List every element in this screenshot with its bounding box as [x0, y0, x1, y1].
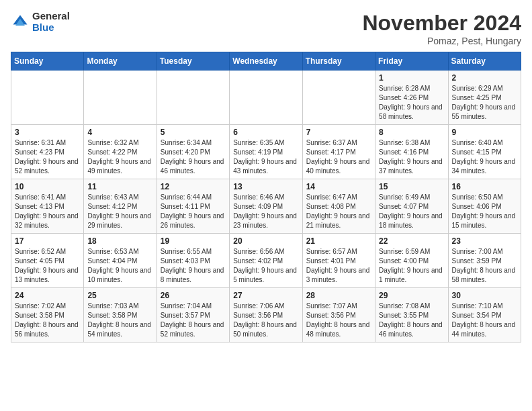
logo-general-label: General	[32, 11, 70, 22]
day-number: 28	[306, 291, 371, 300]
day-info: Sunrise: 6:47 AM Sunset: 4:08 PM Dayligh…	[306, 193, 371, 230]
day-info: Sunrise: 6:32 AM Sunset: 4:22 PM Dayligh…	[87, 138, 152, 176]
day-info: Sunrise: 6:57 AM Sunset: 4:01 PM Dayligh…	[306, 247, 371, 285]
day-info: Sunrise: 6:28 AM Sunset: 4:26 PM Dayligh…	[379, 84, 444, 122]
calendar-cell: 4Sunrise: 6:32 AM Sunset: 4:22 PM Daylig…	[84, 125, 157, 179]
calendar-cell: 26Sunrise: 7:04 AM Sunset: 3:57 PM Dayli…	[157, 288, 229, 342]
day-number: 15	[379, 182, 444, 191]
calendar-cell: 8Sunrise: 6:38 AM Sunset: 4:16 PM Daylig…	[375, 125, 448, 179]
calendar-cell: 29Sunrise: 7:08 AM Sunset: 3:55 PM Dayli…	[375, 288, 448, 342]
day-info: Sunrise: 7:10 AM Sunset: 3:54 PM Dayligh…	[452, 302, 517, 339]
day-number: 12	[161, 182, 226, 191]
day-number: 11	[87, 182, 152, 191]
day-number: 27	[233, 291, 298, 300]
day-info: Sunrise: 6:50 AM Sunset: 4:06 PM Dayligh…	[452, 193, 517, 230]
calendar-cell: 2Sunrise: 6:29 AM Sunset: 4:25 PM Daylig…	[448, 71, 521, 125]
day-info: Sunrise: 6:55 AM Sunset: 4:03 PM Dayligh…	[161, 247, 226, 285]
calendar-cell: 22Sunrise: 6:59 AM Sunset: 4:00 PM Dayli…	[375, 234, 448, 288]
day-info: Sunrise: 7:07 AM Sunset: 3:56 PM Dayligh…	[306, 302, 371, 339]
day-info: Sunrise: 7:08 AM Sunset: 3:55 PM Dayligh…	[379, 302, 444, 339]
day-info: Sunrise: 7:06 AM Sunset: 3:56 PM Dayligh…	[233, 302, 298, 339]
day-number: 2	[452, 73, 517, 83]
day-info: Sunrise: 6:37 AM Sunset: 4:17 PM Dayligh…	[306, 138, 371, 176]
day-number: 25	[87, 291, 152, 300]
day-number: 22	[379, 236, 444, 246]
logo-icon	[11, 13, 30, 32]
day-number: 20	[233, 236, 298, 246]
day-number: 3	[15, 128, 80, 137]
day-number: 14	[306, 182, 371, 191]
calendar-cell: 11Sunrise: 6:43 AM Sunset: 4:12 PM Dayli…	[84, 179, 157, 234]
column-header-sunday: Sunday	[11, 52, 84, 71]
day-number: 9	[452, 128, 517, 137]
calendar-cell: 12Sunrise: 6:44 AM Sunset: 4:11 PM Dayli…	[157, 179, 229, 234]
location-subtitle: Pomaz, Pest, Hungary	[362, 36, 521, 46]
calendar-cell: 16Sunrise: 6:50 AM Sunset: 4:06 PM Dayli…	[448, 179, 521, 234]
day-number: 6	[233, 128, 298, 137]
day-info: Sunrise: 6:43 AM Sunset: 4:12 PM Dayligh…	[87, 193, 152, 230]
column-header-wednesday: Wednesday	[230, 52, 302, 71]
day-info: Sunrise: 6:29 AM Sunset: 4:25 PM Dayligh…	[452, 84, 517, 122]
day-number: 19	[161, 236, 226, 246]
calendar-cell	[230, 71, 302, 125]
day-number: 10	[15, 182, 80, 191]
day-number: 8	[379, 128, 444, 137]
day-number: 29	[379, 291, 444, 300]
month-title: November 2024	[362, 11, 521, 36]
calendar-cell: 23Sunrise: 7:00 AM Sunset: 3:59 PM Dayli…	[448, 234, 521, 288]
day-number: 13	[233, 182, 298, 191]
calendar-header-row: SundayMondayTuesdayWednesdayThursdayFrid…	[11, 52, 521, 71]
calendar-cell: 21Sunrise: 6:57 AM Sunset: 4:01 PM Dayli…	[302, 234, 375, 288]
calendar-week-row: 17Sunrise: 6:52 AM Sunset: 4:05 PM Dayli…	[11, 234, 521, 288]
day-number: 16	[452, 182, 517, 191]
day-info: Sunrise: 6:41 AM Sunset: 4:13 PM Dayligh…	[15, 193, 80, 230]
calendar-cell: 28Sunrise: 7:07 AM Sunset: 3:56 PM Dayli…	[302, 288, 375, 342]
calendar-table: SundayMondayTuesdayWednesdayThursdayFrid…	[11, 52, 521, 342]
day-number: 1	[379, 73, 444, 83]
calendar-week-row: 10Sunrise: 6:41 AM Sunset: 4:13 PM Dayli…	[11, 179, 521, 234]
column-header-thursday: Thursday	[302, 52, 375, 71]
day-info: Sunrise: 6:35 AM Sunset: 4:19 PM Dayligh…	[233, 138, 298, 176]
calendar-cell: 7Sunrise: 6:37 AM Sunset: 4:17 PM Daylig…	[302, 125, 375, 179]
day-number: 5	[161, 128, 226, 137]
day-info: Sunrise: 6:49 AM Sunset: 4:07 PM Dayligh…	[379, 193, 444, 230]
calendar-week-row: 3Sunrise: 6:31 AM Sunset: 4:23 PM Daylig…	[11, 125, 521, 179]
title-area: November 2024 Pomaz, Pest, Hungary	[362, 11, 521, 46]
column-header-tuesday: Tuesday	[157, 52, 229, 71]
logo: General Blue	[11, 11, 70, 33]
calendar-cell: 20Sunrise: 6:56 AM Sunset: 4:02 PM Dayli…	[230, 234, 302, 288]
day-info: Sunrise: 6:40 AM Sunset: 4:15 PM Dayligh…	[452, 138, 517, 176]
day-info: Sunrise: 6:44 AM Sunset: 4:11 PM Dayligh…	[161, 193, 226, 230]
day-info: Sunrise: 6:46 AM Sunset: 4:09 PM Dayligh…	[233, 193, 298, 230]
day-info: Sunrise: 6:38 AM Sunset: 4:16 PM Dayligh…	[379, 138, 444, 176]
day-number: 21	[306, 236, 371, 246]
day-info: Sunrise: 7:00 AM Sunset: 3:59 PM Dayligh…	[452, 247, 517, 285]
calendar-cell: 9Sunrise: 6:40 AM Sunset: 4:15 PM Daylig…	[448, 125, 521, 179]
calendar-cell: 5Sunrise: 6:34 AM Sunset: 4:20 PM Daylig…	[157, 125, 229, 179]
calendar-cell: 3Sunrise: 6:31 AM Sunset: 4:23 PM Daylig…	[11, 125, 84, 179]
header: General Blue November 2024 Pomaz, Pest, …	[11, 11, 521, 46]
calendar-cell: 6Sunrise: 6:35 AM Sunset: 4:19 PM Daylig…	[230, 125, 302, 179]
day-info: Sunrise: 6:59 AM Sunset: 4:00 PM Dayligh…	[379, 247, 444, 285]
day-info: Sunrise: 6:52 AM Sunset: 4:05 PM Dayligh…	[15, 247, 80, 285]
calendar-cell: 13Sunrise: 6:46 AM Sunset: 4:09 PM Dayli…	[230, 179, 302, 234]
logo-text: General Blue	[32, 11, 70, 33]
calendar-cell: 24Sunrise: 7:02 AM Sunset: 3:58 PM Dayli…	[11, 288, 84, 342]
calendar-cell: 18Sunrise: 6:53 AM Sunset: 4:04 PM Dayli…	[84, 234, 157, 288]
calendar-week-row: 1Sunrise: 6:28 AM Sunset: 4:26 PM Daylig…	[11, 71, 521, 125]
day-info: Sunrise: 7:03 AM Sunset: 3:58 PM Dayligh…	[87, 302, 152, 339]
calendar-cell	[11, 71, 84, 125]
calendar-cell: 14Sunrise: 6:47 AM Sunset: 4:08 PM Dayli…	[302, 179, 375, 234]
calendar-cell: 17Sunrise: 6:52 AM Sunset: 4:05 PM Dayli…	[11, 234, 84, 288]
calendar-cell: 15Sunrise: 6:49 AM Sunset: 4:07 PM Dayli…	[375, 179, 448, 234]
day-number: 18	[87, 236, 152, 246]
column-header-monday: Monday	[84, 52, 157, 71]
day-number: 24	[15, 291, 80, 300]
calendar-cell: 25Sunrise: 7:03 AM Sunset: 3:58 PM Dayli…	[84, 288, 157, 342]
calendar-cell: 10Sunrise: 6:41 AM Sunset: 4:13 PM Dayli…	[11, 179, 84, 234]
column-header-friday: Friday	[375, 52, 448, 71]
day-number: 7	[306, 128, 371, 137]
calendar-cell: 19Sunrise: 6:55 AM Sunset: 4:03 PM Dayli…	[157, 234, 229, 288]
day-info: Sunrise: 6:34 AM Sunset: 4:20 PM Dayligh…	[161, 138, 226, 176]
day-info: Sunrise: 7:04 AM Sunset: 3:57 PM Dayligh…	[161, 302, 226, 339]
